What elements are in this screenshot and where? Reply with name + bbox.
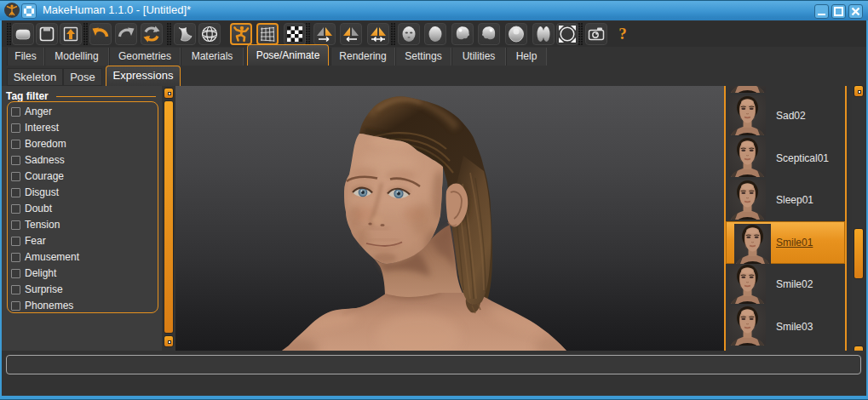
svg-text:?: ? [618,25,627,43]
